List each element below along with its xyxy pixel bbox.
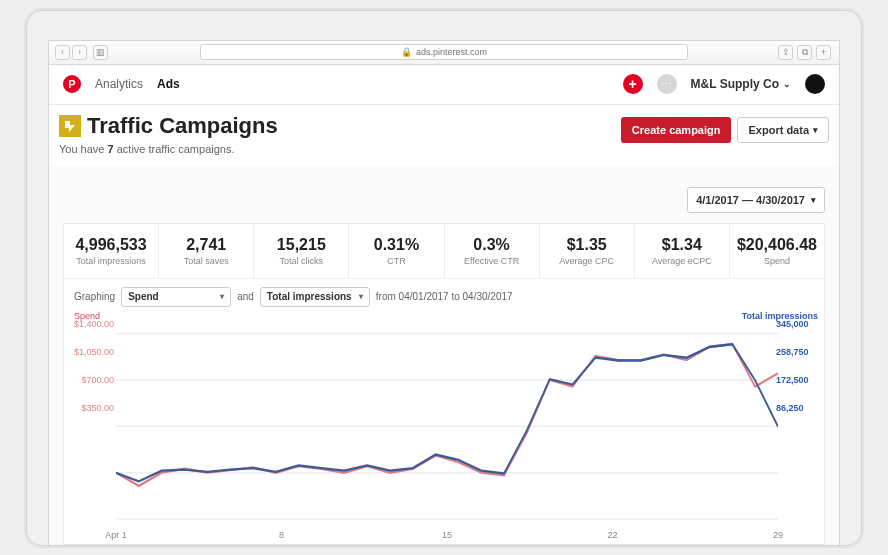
- y-right-tick: 258,750: [776, 347, 820, 357]
- metric-label: CTR: [353, 256, 439, 266]
- caret-down-icon: ▾: [811, 195, 816, 205]
- y-left-tick: $1,400.00: [70, 319, 114, 329]
- forward-button[interactable]: ›: [72, 45, 87, 60]
- metric-tile[interactable]: 15,215Total clicks: [254, 224, 349, 278]
- avatar[interactable]: [805, 74, 825, 94]
- metric-value: $20,406.48: [734, 236, 820, 254]
- nav-analytics[interactable]: Analytics: [95, 77, 143, 91]
- metric-value: $1.34: [639, 236, 725, 254]
- metric-value: 2,741: [163, 236, 249, 254]
- pinterest-logo-icon[interactable]: P: [63, 75, 81, 93]
- account-switcher[interactable]: M&L Supply Co ⌄: [691, 77, 791, 91]
- y-left-tick: $350.00: [70, 403, 114, 413]
- browser-toolbar: ‹ › ▥ 🔒 ads.pinterest.com ⇪ ⧉ +: [49, 41, 839, 65]
- y-right-tick: 345,000: [776, 319, 820, 329]
- lock-icon: 🔒: [401, 47, 412, 57]
- back-button[interactable]: ‹: [55, 45, 70, 60]
- series-spend: [116, 344, 778, 486]
- nav-ads[interactable]: Ads: [157, 77, 180, 91]
- sidebar-toggle[interactable]: ▥: [93, 45, 108, 60]
- metric-label: Average eCPC: [639, 256, 725, 266]
- create-button[interactable]: +: [623, 74, 643, 94]
- metric-tile[interactable]: 4,996,533Total impressions: [64, 224, 159, 278]
- traffic-campaign-icon: [59, 115, 81, 137]
- metric-value: 0.31%: [353, 236, 439, 254]
- tabs-button[interactable]: ⧉: [797, 45, 812, 60]
- metric-tile[interactable]: $1.34Average eCPC: [635, 224, 730, 278]
- metric-b-select[interactable]: Total impressions▾: [260, 287, 370, 307]
- account-name: M&L Supply Co: [691, 77, 779, 91]
- page-header: Traffic Campaigns You have 7 active traf…: [49, 105, 839, 167]
- page-body: Traffic Campaigns You have 7 active traf…: [49, 105, 839, 545]
- series-impressions: [116, 344, 778, 481]
- graph-controls: Graphing Spend▾ and Total impressions▾ f…: [64, 279, 824, 315]
- url-text: ads.pinterest.com: [416, 47, 487, 57]
- metric-tile[interactable]: $1.35Average CPC: [540, 224, 635, 278]
- page-title: Traffic Campaigns: [87, 113, 278, 139]
- y-right-tick: 86,250: [776, 403, 820, 413]
- x-tick: Apr 1: [105, 530, 127, 540]
- share-button[interactable]: ⇪: [778, 45, 793, 60]
- metric-tile[interactable]: 0.3%Effective CTR: [445, 224, 540, 278]
- address-bar[interactable]: 🔒 ads.pinterest.com: [200, 44, 688, 60]
- date-range-picker[interactable]: 4/1/2017 — 4/30/2017▾: [687, 187, 825, 213]
- screen: ‹ › ▥ 🔒 ads.pinterest.com ⇪ ⧉ + P Analyt…: [48, 40, 840, 546]
- page-subtitle: You have 7 active traffic campaigns.: [59, 143, 278, 155]
- app-header: P Analytics Ads + ⋯ M&L Supply Co ⌄: [49, 65, 839, 105]
- x-tick: 8: [279, 530, 284, 540]
- metric-label: Effective CTR: [449, 256, 535, 266]
- x-tick: 29: [773, 530, 783, 540]
- export-data-button[interactable]: Export data▾: [737, 117, 829, 143]
- metric-tile[interactable]: 2,741Total saves: [159, 224, 254, 278]
- x-tick: 22: [607, 530, 617, 540]
- metric-label: Total impressions: [68, 256, 154, 266]
- metric-label: Spend: [734, 256, 820, 266]
- x-tick: 15: [442, 530, 452, 540]
- metric-value: 0.3%: [449, 236, 535, 254]
- y-left-tick: $1,050.00: [70, 347, 114, 357]
- graph-range-text: from 04/01/2017 to 04/30/2017: [376, 291, 513, 302]
- metric-value: 4,996,533: [68, 236, 154, 254]
- create-campaign-button[interactable]: Create campaign: [621, 117, 732, 143]
- and-label: and: [237, 291, 254, 302]
- chart: Spend Total impressions $1,400.00$1,050.…: [64, 315, 824, 544]
- new-tab-button[interactable]: +: [816, 45, 831, 60]
- metrics-row: 4,996,533Total impressions2,741Total sav…: [64, 224, 824, 279]
- metric-tile[interactable]: 0.31%CTR: [349, 224, 444, 278]
- y-right-tick: 172,500: [776, 375, 820, 385]
- metric-label: Total saves: [163, 256, 249, 266]
- device-frame: ‹ › ▥ 🔒 ads.pinterest.com ⇪ ⧉ + P Analyt…: [24, 8, 864, 548]
- messages-icon[interactable]: ⋯: [657, 74, 677, 94]
- metric-a-select[interactable]: Spend▾: [121, 287, 231, 307]
- metric-label: Average CPC: [544, 256, 630, 266]
- stats-panel: 4,996,533Total impressions2,741Total sav…: [63, 223, 825, 545]
- metric-label: Total clicks: [258, 256, 344, 266]
- metric-value: $1.35: [544, 236, 630, 254]
- graphing-label: Graphing: [74, 291, 115, 302]
- metric-tile[interactable]: $20,406.48Spend: [730, 224, 824, 278]
- caret-down-icon: ▾: [813, 125, 818, 135]
- chevron-down-icon: ⌄: [783, 79, 791, 89]
- metric-value: 15,215: [258, 236, 344, 254]
- y-left-tick: $700.00: [70, 375, 114, 385]
